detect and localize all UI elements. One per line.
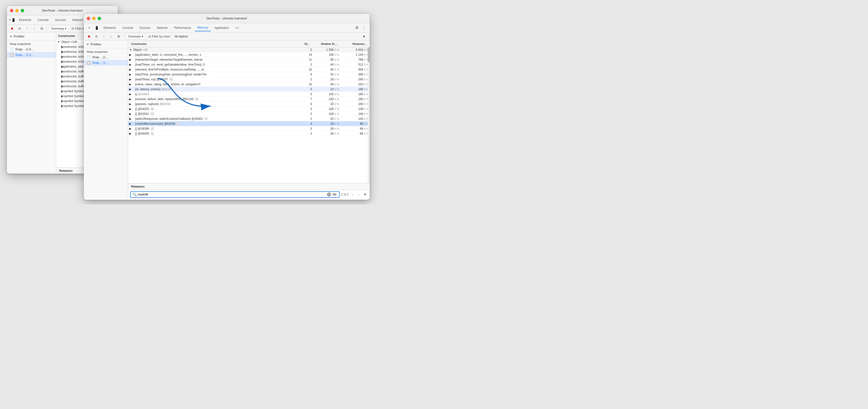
tab-more-2[interactable]: >> — [232, 25, 242, 31]
download-button-1[interactable]: ↓ — [31, 25, 37, 32]
summary-dropdown-2[interactable]: Summary ▾ — [126, 34, 146, 39]
dropdown-arrow-2[interactable]: ▾ — [363, 34, 368, 39]
tab-sources-2[interactable]: Sources — [136, 25, 153, 31]
maximize-button-2[interactable] — [98, 17, 101, 20]
sidebar-snap1-1[interactable]: 📄 Snap… (1.6… — [7, 46, 56, 52]
cursor-icon-2[interactable]: ⌖ — [86, 24, 93, 31]
snap2-label-2: Snap… (1… — [92, 61, 108, 65]
upload-button-2[interactable]: ↑ — [100, 33, 107, 40]
row-shallow: 40 0 % — [312, 83, 339, 86]
tab-console-2[interactable]: Console — [119, 25, 136, 31]
table-row[interactable]: ▶ {} @34253 3 108 0 % 148 0 % — [128, 107, 370, 111]
expand-icon: ▶ — [57, 75, 61, 78]
tab-console-1[interactable]: Console — [35, 17, 52, 23]
row-shallow: 28 0 % — [312, 132, 339, 135]
tab-sources-1[interactable]: Sources — [52, 17, 69, 23]
table-row[interactable]: ▶ {} @42663 5 140 0 % 180 0 % — [128, 92, 370, 97]
device-icon-2[interactable]: 📱 — [93, 24, 100, 31]
tab-elements-1[interactable]: Elements — [16, 17, 34, 23]
table-row[interactable]: ▶ {webUIResponse, webUIListenerCallback}… — [128, 116, 370, 121]
record-button-2[interactable]: ⏺ — [86, 33, 92, 40]
filter-button-2[interactable]: ⊟ Filter by class — [146, 34, 172, 39]
expand-icon: ▶ — [129, 68, 135, 71]
cursor-icon[interactable]: ⌖ — [9, 17, 11, 23]
window-title-1: DevTools - chrome://version/ — [42, 9, 83, 12]
close-button-1[interactable] — [10, 9, 13, 12]
table-row[interactable]: ▶ {remove, before, after, replaceWith} @… — [128, 97, 370, 101]
tab-application-2[interactable]: Application — [212, 25, 232, 31]
clear-search-button-2[interactable]: ✕ — [327, 193, 331, 197]
settings-icon-2[interactable]: ⚙ — [353, 24, 360, 31]
search-value-2: nowInM — [138, 193, 148, 196]
grid-button-1[interactable]: ⊞ — [38, 25, 45, 32]
table-row[interactable]: ▶ {} @38399 3 28 0 % 68 0 % — [128, 126, 370, 131]
expand-icon[interactable]: ▼ — [129, 48, 133, 52]
tab-network-2[interactable]: Network — [154, 25, 170, 31]
toolbar-divider-1 — [47, 26, 47, 31]
col-shallow-header: Shallow Si… — [311, 42, 338, 46]
stop-button-1[interactable]: ⊘ — [16, 25, 23, 32]
scrollbar-thumb[interactable] — [368, 47, 370, 62]
retainers-section-2: Retainers — [128, 183, 370, 190]
row-name: {id, latency, entries} @62345 — [135, 88, 297, 91]
expand-icon: ▶ — [57, 50, 61, 54]
stop-button-2[interactable]: ⊘ — [93, 33, 99, 40]
summary-dropdown-1[interactable]: Summary ▾ — [49, 26, 68, 31]
row-shallow: 40 0 % — [312, 63, 339, 66]
col-distance-header[interactable]: Di… — [296, 42, 311, 46]
record-button-1[interactable]: ⏺ — [9, 25, 15, 32]
table-row-highlighted[interactable]: ▶ {id, latency, entries} @62345 5 24 0 %… — [128, 87, 370, 92]
search-input-container-2[interactable]: 🔍 nowInM ✕ Aa — [130, 191, 340, 198]
sidebar-snap2-1[interactable]: 📋 Snap… (1.6… — [7, 52, 56, 58]
search-count-2: 2 of 2 — [341, 193, 348, 196]
sidebar-profiles-1[interactable]: ≡ Profiles — [7, 33, 56, 40]
close-search-button-2[interactable]: ✕ — [362, 192, 368, 197]
expand-icon[interactable]: ▼ — [57, 40, 61, 43]
table-row-active[interactable]: ▶ {nowInMicroseconds} @62039 3 28 0 % 96… — [128, 121, 370, 126]
sidebar-profiles-2[interactable]: ≡ Profiles — [84, 40, 128, 48]
sidebar-snap1-2[interactable]: 📄 Snap… (1… — [84, 54, 128, 60]
upload-button-1[interactable]: ↑ — [24, 25, 30, 32]
more-icon-2[interactable]: ⋮ — [361, 24, 368, 31]
summary-label-2: Summary — [128, 35, 141, 38]
sidebar-snap2-2[interactable]: 📋 Snap… (1… — [84, 60, 128, 65]
aa-badge-2[interactable]: Aa — [332, 193, 337, 196]
snap2-icon-1: 📋 — [10, 53, 14, 57]
next-result-button-2[interactable]: ↓ — [356, 192, 361, 197]
tab-performance-2[interactable]: Performance — [171, 25, 194, 31]
table-row[interactable]: ▶ {element, timeToFirstByte, resourceLoa… — [128, 67, 370, 72]
row-distance: 3 — [297, 112, 312, 116]
row-shallow: 40 0 % — [312, 68, 339, 71]
table-row[interactable]: ▶ {startTime, processingStart, processin… — [128, 72, 370, 77]
table-row[interactable]: ▶ {loadTimes, csi} @49707 2 28 0 % 260 0… — [128, 77, 370, 82]
toolbar-2: ⏺ ⊘ ↑ ↓ ⊞ Summary ▾ ⊟ Filter by class Al… — [84, 33, 370, 40]
table-row[interactable]: ▶ {application_label, cl, command_line, … — [128, 52, 370, 57]
grid-button-2[interactable]: ⊞ — [115, 33, 122, 40]
filter-icon-2: ⊟ — [148, 35, 151, 38]
table-row[interactable]: ▼ Object ×45 2 1 556 0 % 6 616 0 % — [128, 47, 370, 52]
table-row[interactable]: ▶ {loadTimes, csi, send, getVariableValu… — [128, 62, 370, 67]
table-row[interactable]: ▶ {} @46455 3 28 0 % 68 0 % — [128, 131, 370, 136]
download-button-2[interactable]: ↓ — [108, 33, 114, 40]
expand-icon: ▶ — [129, 117, 135, 121]
table-area-2[interactable]: ▼ Object ×45 2 1 556 0 % 6 616 0 % ▶ {ap… — [128, 47, 370, 183]
tab-elements-2[interactable]: Elements — [100, 25, 119, 31]
tab-memory-2[interactable]: Memory — [194, 24, 211, 31]
prev-result-button-2[interactable]: ↑ — [349, 192, 355, 197]
close-button-2[interactable] — [87, 17, 90, 20]
table-row[interactable]: ▶ {} @53541 3 108 0 % 148 0 % — [128, 111, 370, 116]
summary-label-1: Summary — [51, 27, 64, 30]
row-retained: 6 616 0 % — [339, 48, 369, 52]
snap1-label-2: Snap… (1… — [92, 56, 108, 59]
devtools-content-2: ≡ Profiles Heap snapshots 📄 Snap… (1… 📋 … — [84, 40, 370, 199]
main-panel-2: Constructor Di… Shallow Si… Retained… ▼ … — [128, 40, 370, 199]
table-row[interactable]: ▶ {interactionTarget, interactionTargetE… — [128, 57, 370, 62]
scrollbar-track[interactable] — [368, 47, 370, 183]
tab-network-1[interactable]: Network — [69, 17, 86, 23]
table-row[interactable]: ▶ {passive, capture} @62293 4 20 0 % 160… — [128, 101, 370, 107]
minimize-button-2[interactable] — [92, 17, 96, 20]
table-row[interactable]: ▶ {name, value, rating, delta, entries, … — [128, 82, 370, 87]
maximize-button-1[interactable] — [21, 9, 24, 12]
minimize-button-1[interactable] — [15, 9, 19, 12]
device-icon[interactable]: 📱 — [11, 17, 16, 23]
